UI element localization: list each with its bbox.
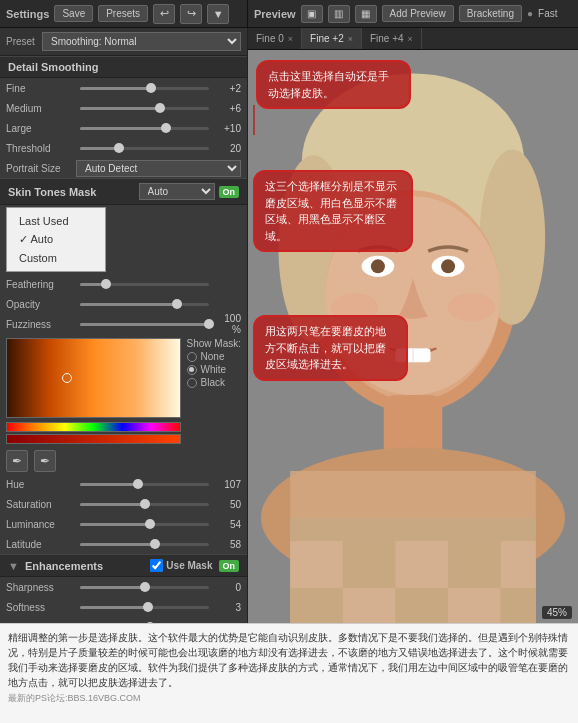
fuzziness-track[interactable] xyxy=(80,323,209,326)
sharpness-slider-row: Sharpness 0 xyxy=(0,577,247,597)
enhancements-header: ▼ Enhancements Use Mask On xyxy=(0,554,247,577)
mask-white-option[interactable]: White xyxy=(187,364,241,375)
left-panel: Preset Smoothing: Normal Detail Smoothin… xyxy=(0,28,248,623)
preset-select[interactable]: Smoothing: Normal xyxy=(42,32,241,51)
fine-slider-row: Fine +2 xyxy=(0,78,247,98)
svg-rect-25 xyxy=(343,588,396,623)
tab-fine-0-label: Fine 0 xyxy=(256,33,284,44)
luminance-value: 54 xyxy=(213,519,241,530)
presets-button[interactable]: Presets xyxy=(98,5,148,22)
tab-fine-0-close[interactable]: × xyxy=(288,34,293,44)
color-picker xyxy=(6,338,181,444)
softness-track[interactable] xyxy=(80,606,209,609)
split-view-btn[interactable]: ▥ xyxy=(328,5,350,23)
tab-fine-plus2-close[interactable]: × xyxy=(348,34,353,44)
fine-track[interactable] xyxy=(80,87,209,90)
skin-dropdown-menu: Last Used Auto Custom xyxy=(6,207,106,272)
svg-rect-19 xyxy=(290,541,343,588)
enh-triangle[interactable]: ▼ xyxy=(8,560,19,572)
portrait-size-select[interactable]: Auto Detect xyxy=(76,160,241,177)
large-label: Large xyxy=(6,123,76,134)
medium-value: +6 xyxy=(213,103,241,114)
saturation-label: Saturation xyxy=(6,499,76,510)
tab-fine-plus2[interactable]: Fine +2 × xyxy=(302,28,362,49)
medium-track[interactable] xyxy=(80,107,209,110)
saturation-value: 50 xyxy=(213,499,241,510)
enhancements-title: Enhancements xyxy=(25,560,103,572)
add-preview-button[interactable]: Add Preview xyxy=(382,5,454,22)
sharpness-track[interactable] xyxy=(80,586,209,589)
skin-tones-header: Skin Tones Mask Auto Last Used Custom On xyxy=(0,178,247,205)
mask-none-option[interactable]: None xyxy=(187,351,241,362)
enhancements-on-badge: On xyxy=(219,560,240,572)
undo-button[interactable]: ↩ xyxy=(153,4,175,24)
color-mask-area: Show Mask: None White Black xyxy=(0,334,247,448)
bracketing-button[interactable]: Bracketing xyxy=(459,5,522,22)
bottom-text-area: 精细调整的第一步是选择皮肤。这个软件最大的优势是它能自动识别皮肤。多数情况下是不… xyxy=(0,623,578,723)
redo-button[interactable]: ↪ xyxy=(180,4,202,24)
color-swatch[interactable] xyxy=(6,338,181,418)
brush-remove-button[interactable]: ✒ xyxy=(34,450,56,472)
use-mask-checkbox[interactable] xyxy=(150,559,163,572)
portrait-size-label: Portrait Size xyxy=(6,163,76,174)
app-header: Settings Save Presets ↩ ↪ ▼ Preview ▣ ▥ … xyxy=(0,0,578,28)
main-panels: Preset Smoothing: Normal Detail Smoothin… xyxy=(0,28,578,623)
tab-fine-plus4-close[interactable]: × xyxy=(408,34,413,44)
fuzziness-label: Fuzziness xyxy=(6,319,76,330)
preview-tabs: Fine 0 × Fine +2 × Fine +4 × xyxy=(248,28,578,50)
svg-rect-23 xyxy=(501,541,536,588)
dropdown-last-used[interactable]: Last Used xyxy=(7,212,105,230)
single-view-btn[interactable]: ▣ xyxy=(301,5,323,23)
preview-image-area[interactable]: 点击这里选择自动还是手动选择皮肤。 这三个选择框分别是不显示磨皮区域、用白色显示… xyxy=(248,50,578,623)
large-track[interactable] xyxy=(80,127,209,130)
skin-tones-title: Skin Tones Mask xyxy=(8,186,96,198)
svg-rect-20 xyxy=(343,541,396,588)
feathering-label: Feathering xyxy=(6,279,76,290)
feathering-slider-row: Feathering xyxy=(0,274,247,294)
menu-button[interactable]: ▼ xyxy=(207,4,229,24)
hue-track[interactable] xyxy=(80,483,209,486)
mask-black-option[interactable]: Black xyxy=(187,377,241,388)
annotation-1-text: 点击这里选择自动还是手动选择皮肤。 xyxy=(268,70,389,99)
saturation-track[interactable] xyxy=(80,503,209,506)
save-button[interactable]: Save xyxy=(54,5,93,22)
tab-fine-plus4[interactable]: Fine +4 × xyxy=(362,28,422,49)
portrait-size-row: Portrait Size Auto Detect xyxy=(0,158,247,178)
brush-add-button[interactable]: ✒ xyxy=(6,450,28,472)
brush-tools-row: ✒ ✒ xyxy=(0,448,247,474)
settings-header: Settings Save Presets ↩ ↪ ▼ xyxy=(0,0,248,27)
mask-none-radio[interactable] xyxy=(187,352,197,362)
latitude-value: 58 xyxy=(213,539,241,550)
mask-black-label: Black xyxy=(201,377,225,388)
compare-view-btn[interactable]: ▦ xyxy=(355,5,377,23)
skin-tones-select[interactable]: Auto Last Used Custom xyxy=(139,183,215,200)
softness-value: 3 xyxy=(213,602,241,613)
mask-black-radio[interactable] xyxy=(187,378,197,388)
threshold-track[interactable] xyxy=(80,147,209,150)
alpha-bar[interactable] xyxy=(6,434,181,444)
svg-rect-27 xyxy=(448,588,501,623)
hue-bar[interactable] xyxy=(6,422,181,432)
svg-rect-26 xyxy=(395,588,448,623)
annotation-bubble-1: 点击这里选择自动还是手动选择皮肤。 xyxy=(256,60,411,109)
hue-slider-row: Hue 107 xyxy=(0,474,247,494)
mask-white-radio[interactable] xyxy=(187,365,197,375)
show-mask-panel: Show Mask: None White Black xyxy=(187,338,241,444)
luminance-track[interactable] xyxy=(80,523,209,526)
latitude-track[interactable] xyxy=(80,543,209,546)
svg-rect-21 xyxy=(395,541,448,588)
use-mask-checkbox-area: Use Mask xyxy=(150,559,212,572)
dropdown-custom[interactable]: Custom xyxy=(7,249,105,267)
large-value: +10 xyxy=(213,123,241,134)
feathering-track[interactable] xyxy=(80,283,209,286)
threshold-value: 20 xyxy=(213,143,241,154)
dropdown-auto[interactable]: Auto xyxy=(7,230,105,249)
tab-fine-0[interactable]: Fine 0 × xyxy=(248,28,302,49)
fuzziness-slider-row: Fuzziness 100 % xyxy=(0,314,247,334)
hue-value: 107 xyxy=(213,479,241,490)
zoom-badge: 45% xyxy=(542,606,572,619)
luminance-slider-row: Luminance 54 xyxy=(0,514,247,534)
annotation-2-text: 这三个选择框分别是不显示磨皮区域、用白色显示不磨区域、用黑色显示不磨区域。 xyxy=(265,180,397,242)
opacity-track[interactable] xyxy=(80,303,209,306)
sharpness-label: Sharpness xyxy=(6,582,76,593)
